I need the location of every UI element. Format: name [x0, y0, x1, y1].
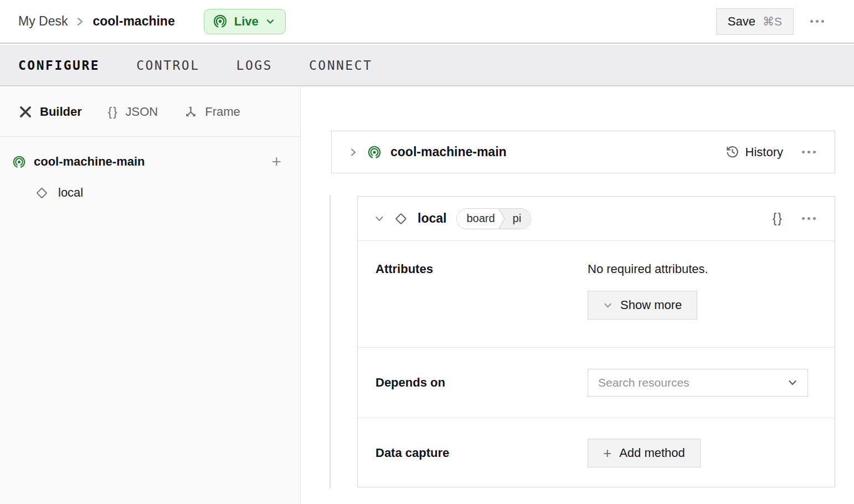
- live-label: Live: [234, 14, 259, 29]
- tab-control[interactable]: CONTROL: [136, 56, 199, 75]
- topbar: My Desk cool-machine Live Save ⌘S: [0, 0, 854, 44]
- expand-chevron-right-icon[interactable]: [348, 147, 358, 157]
- breadcrumb-parent-link[interactable]: My Desk: [18, 14, 68, 29]
- topbar-actions: Save ⌘S: [716, 8, 826, 35]
- machine-part-icon: [12, 155, 26, 169]
- component-diamond-icon: [34, 186, 49, 200]
- tree-connector-line: [330, 195, 331, 488]
- data-capture-label: Data capture: [375, 446, 588, 460]
- history-label: History: [745, 145, 783, 160]
- component-type-badge: board pi: [456, 208, 531, 229]
- config-canvas: cool-machine-main History local: [301, 88, 854, 504]
- collapse-chevron-down-icon[interactable]: [374, 214, 384, 224]
- history-clock-icon: [726, 145, 739, 159]
- plus-icon: +: [603, 446, 611, 460]
- component-card-local: local board pi {} Attributes No required…: [357, 196, 835, 487]
- chevron-down-icon: [265, 17, 275, 27]
- data-capture-value: + Add method: [588, 439, 818, 467]
- attributes-empty-text: No required attributes.: [588, 262, 818, 276]
- resource-tree: cool-machine-main + local: [0, 137, 300, 208]
- show-more-label: Show more: [620, 298, 682, 312]
- view-tab-builder-label: Builder: [40, 105, 82, 119]
- frame-axes-icon: [184, 105, 198, 119]
- attributes-label: Attributes: [375, 262, 588, 276]
- view-mode-tabs: Builder {} JSON Frame: [0, 88, 300, 137]
- tree-item-machine[interactable]: cool-machine-main +: [0, 146, 300, 178]
- tab-configure[interactable]: CONFIGURE: [18, 56, 100, 75]
- edit-json-braces-icon[interactable]: {}: [773, 211, 783, 226]
- tab-connect[interactable]: CONNECT: [309, 56, 372, 75]
- component-card-title: local: [418, 211, 446, 226]
- view-tab-frame[interactable]: Frame: [184, 105, 240, 119]
- view-tab-builder[interactable]: Builder: [18, 105, 82, 119]
- breadcrumb-current: cool-machine: [92, 14, 174, 29]
- tree-item-local[interactable]: local: [0, 178, 300, 208]
- select-chevron-down-icon: [788, 378, 798, 388]
- badge-type: board: [457, 209, 498, 229]
- tree-item-machine-label: cool-machine-main: [34, 155, 145, 169]
- live-broadcast-icon: [213, 14, 228, 29]
- depends-on-placeholder: Search resources: [598, 376, 690, 389]
- attributes-section: Attributes No required attributes. Show …: [358, 241, 835, 348]
- tab-logs[interactable]: LOGS: [236, 56, 272, 75]
- view-tab-frame-label: Frame: [205, 105, 240, 119]
- machine-card-title: cool-machine-main: [390, 145, 507, 160]
- config-sidebar: Builder {} JSON Frame co: [0, 88, 301, 504]
- chevron-down-icon: [603, 301, 613, 310]
- machine-part-icon: [367, 145, 382, 160]
- save-button[interactable]: Save ⌘S: [716, 8, 794, 35]
- machine-card: cool-machine-main History: [331, 131, 835, 173]
- add-method-label: Add method: [619, 446, 685, 460]
- depends-on-label: Depends on: [375, 376, 588, 390]
- save-label: Save: [728, 14, 755, 29]
- component-diamond-icon: [393, 211, 409, 227]
- breadcrumb: My Desk cool-machine: [18, 14, 175, 29]
- add-method-button[interactable]: + Add method: [588, 439, 701, 467]
- braces-icon: {}: [108, 105, 119, 119]
- view-tab-json[interactable]: {} JSON: [108, 105, 158, 119]
- component-card-overflow-menu-icon[interactable]: [800, 214, 818, 223]
- history-button[interactable]: History: [726, 145, 783, 160]
- data-capture-section: Data capture + Add method: [358, 418, 835, 488]
- live-status-dropdown[interactable]: Live: [204, 9, 286, 34]
- component-card-header: local board pi {}: [358, 197, 835, 241]
- breadcrumb-chevron-icon: [76, 15, 84, 28]
- view-tab-json-label: JSON: [126, 105, 158, 119]
- machine-card-overflow-menu-icon[interactable]: [800, 147, 818, 157]
- badge-model: pi: [510, 209, 531, 229]
- save-shortcut: ⌘S: [763, 15, 782, 28]
- depends-on-select[interactable]: Search resources: [588, 369, 808, 397]
- depends-on-section: Depends on Search resources: [358, 348, 835, 418]
- attributes-value: No required attributes. Show more: [588, 262, 818, 320]
- machine-config-page: My Desk cool-machine Live Save ⌘S CONFIG…: [0, 0, 854, 504]
- tree-item-local-label: local: [58, 186, 83, 200]
- tools-icon: [18, 105, 33, 119]
- show-more-button[interactable]: Show more: [588, 291, 697, 320]
- badge-divider-chevron-icon: [498, 209, 510, 229]
- main-tabbar: CONFIGURE CONTROL LOGS CONNECT: [0, 45, 854, 86]
- topbar-overflow-menu-icon[interactable]: [808, 17, 826, 26]
- add-component-button[interactable]: +: [271, 153, 281, 170]
